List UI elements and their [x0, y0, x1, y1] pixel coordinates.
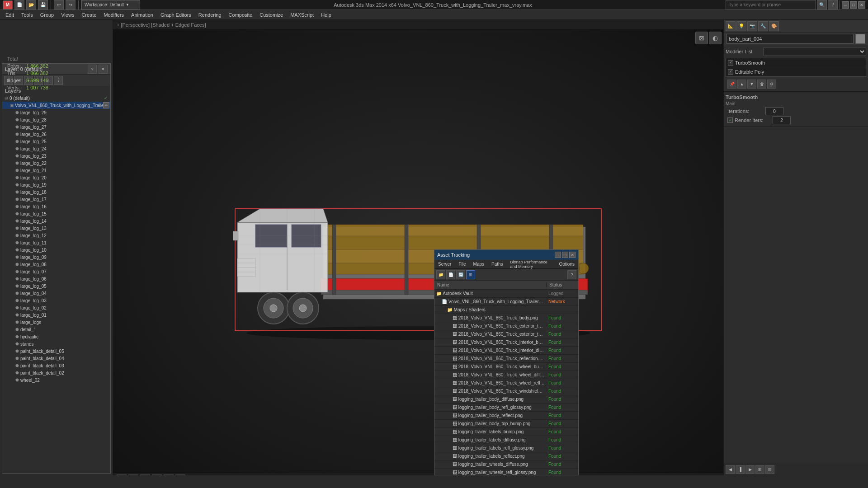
at-maximize-button[interactable]: □ — [562, 252, 568, 258]
maximize-button[interactable]: □ — [850, 1, 857, 9]
viewport-perspective-icon[interactable]: ⊠ — [695, 32, 708, 44]
layer-row[interactable]: ⬟ large_log_05 — [2, 282, 110, 290]
modifier-turbosmooth[interactable]: ✓ TurboSmooth — [726, 58, 866, 67]
layer-row[interactable]: ⬟ large_log_07 — [2, 268, 110, 275]
modifier-list-dropdown[interactable] — [764, 47, 866, 56]
rp-btn-1[interactable]: 📐 — [726, 21, 736, 31]
asset-tracking-row[interactable]: 🖼 logging_trailer_body_reflect.png Found — [434, 412, 578, 420]
renderiters-input[interactable] — [773, 116, 791, 124]
mod-tb-btn-1[interactable]: ◀ — [726, 465, 735, 474]
at-menu-file[interactable]: File — [455, 261, 469, 267]
layer-row[interactable]: ⬟ large_log_22 — [2, 160, 110, 167]
menu-create[interactable]: Create — [78, 10, 100, 20]
menu-modifiers[interactable]: Modifiers — [100, 10, 127, 20]
asset-tracking-row[interactable]: 🖼 2018_Volvo_VNL_860_Truck_interior_bump… — [434, 338, 578, 347]
layer-row[interactable]: ⬟ large_log_26 — [2, 131, 110, 138]
menu-help[interactable]: Help — [317, 10, 335, 20]
layer-row[interactable]: ⬟ wheel_02 — [2, 376, 110, 384]
menu-rendering[interactable]: Rendering — [195, 10, 225, 20]
menu-animation[interactable]: Animation — [127, 10, 157, 20]
layer-row[interactable]: ⬟ stands — [2, 340, 110, 347]
modifier-turbosmooth-checkbox[interactable]: ✓ — [728, 60, 733, 66]
layers-content[interactable]: ⊞ 0 (default) ✓ ▣ Volvo_VNL_860_Truck_wi… — [2, 94, 110, 473]
layer-row[interactable]: ⬟ paint_black_detail_03 — [2, 362, 110, 369]
layer-row[interactable]: ⬟ large_log_25 — [2, 138, 110, 145]
asset-tracking-row[interactable]: 🖼 logging_trailer_wheels_refl_glossy.png… — [434, 469, 578, 475]
menu-graph-editors[interactable]: Graph Editors — [157, 10, 195, 20]
layer-row[interactable]: ⬟ large_log_21 — [2, 167, 110, 174]
layer-row[interactable]: ⬟ large_log_09 — [2, 253, 110, 261]
asset-tracking-row[interactable]: 🖼 logging_trailer_body_refl_glossy.png F… — [434, 404, 578, 412]
mod-down-button[interactable]: ▼ — [747, 80, 756, 89]
app-menu-button[interactable]: M — [3, 0, 13, 9]
rp-btn-5[interactable]: 🎨 — [769, 21, 779, 31]
vp-next-frame-button[interactable]: ▶ — [140, 474, 150, 476]
vp-pan-button[interactable]: ✋ — [164, 474, 174, 476]
asset-tracking-row[interactable]: 🖼 logging_trailer_labels_refl_glossy.png… — [434, 444, 578, 452]
layer-row[interactable]: ⬟ large_log_01 — [2, 311, 110, 319]
renderiters-checkbox[interactable]: ✓ — [727, 117, 733, 123]
object-name-input[interactable] — [726, 34, 854, 44]
menu-tools[interactable]: Tools — [18, 10, 37, 20]
menu-maxscript[interactable]: MAXScript — [287, 10, 317, 20]
vp-play-button[interactable]: ▶ — [117, 474, 127, 476]
menu-group[interactable]: Group — [37, 10, 58, 20]
viewport[interactable]: + [Perspective] [Shaded + Edged Faces] — [113, 20, 723, 475]
layer-row[interactable]: ⬟ large_log_28 — [2, 116, 110, 123]
asset-tracking-row[interactable]: 🖼 2018_Volvo_VNL_860_Truck_exterior_text… — [434, 322, 578, 330]
mod-tb-btn-5[interactable]: ⊟ — [765, 465, 774, 474]
at-btn-4[interactable]: ⊞ — [466, 270, 475, 279]
rp-btn-4[interactable]: 🔧 — [758, 21, 768, 31]
object-color-swatch[interactable] — [855, 34, 865, 44]
menu-views[interactable]: Views — [57, 10, 78, 20]
layer-row[interactable]: ⬟ large_log_19 — [2, 181, 110, 188]
asset-tracking-row[interactable]: 🖼 logging_trailer_wheels_diffuse.png Fou… — [434, 460, 578, 469]
layer-row[interactable]: ⬟ large_log_20 — [2, 174, 110, 181]
mod-tb-btn-2[interactable]: ▐ — [736, 465, 745, 474]
layer-row[interactable]: ⬟ large_log_15 — [2, 210, 110, 217]
layer-row[interactable]: ⬟ paint_black_detail_05 — [2, 347, 110, 355]
asset-tracking-row[interactable]: 📄 Volvo_VNL_860_Truck_with_Logging_Trail… — [434, 298, 578, 306]
menu-edit[interactable]: Edit — [2, 10, 18, 20]
at-close-button[interactable]: ✕ — [569, 252, 576, 258]
rp-btn-3[interactable]: 📷 — [747, 21, 757, 31]
at-btn-1[interactable]: 📁 — [436, 270, 445, 279]
asset-tracking-row[interactable]: 🖼 2018_Volvo_VNL_860_Truck_wheel_diffuse… — [434, 371, 578, 379]
open-file-button[interactable]: 📂 — [26, 0, 36, 10]
mod-config-button[interactable]: ⚙ — [767, 80, 776, 89]
asset-tracking-row[interactable]: 🖼 logging_trailer_labels_reflect.png Fou… — [434, 452, 578, 460]
asset-tracking-content[interactable]: 📁 Autodesk Vault Logged 📄 Volvo_VNL_860_… — [434, 290, 578, 475]
at-minimize-button[interactable]: ─ — [555, 252, 561, 258]
viewport-shading-icon[interactable]: ◐ — [709, 32, 722, 44]
mod-up-button[interactable]: ▲ — [737, 80, 746, 89]
layer-row[interactable]: ⬟ hydraulic — [2, 333, 110, 340]
layer-row[interactable]: ⬟ large_log_11 — [2, 239, 110, 246]
layer-row[interactable]: ⬟ large_log_13 — [2, 225, 110, 232]
layer-row[interactable]: ⬟ detail_1 — [2, 326, 110, 333]
menu-composite[interactable]: Composite — [225, 10, 256, 20]
asset-tracking-row[interactable]: 🖼 2018_Volvo_VNL_860_Truck_body.png Foun… — [434, 314, 578, 322]
redo-button[interactable]: ↪ — [66, 0, 75, 10]
layer-row[interactable]: ⬟ large_log_10 — [2, 246, 110, 253]
layer-row[interactable]: ⬟ large_log_06 — [2, 275, 110, 282]
asset-tracking-row[interactable]: 🖼 2018_Volvo_VNL_860_Truck_interior_diff… — [434, 347, 578, 355]
asset-tracking-row[interactable]: 🖼 logging_trailer_body_diffuse.png Found — [434, 395, 578, 404]
asset-tracking-row[interactable]: 🖼 logging_trailer_labels_bump.png Found — [434, 428, 578, 436]
rp-btn-2[interactable]: 💡 — [736, 21, 746, 31]
viewport-canvas[interactable]: ⊠ ◐ ▶ ◀ ▶ 🔍 ✋ ↻ — [113, 30, 723, 475]
at-menu-maps[interactable]: Maps — [470, 261, 488, 267]
modifier-editable-poly[interactable]: ✓ Editable Poly — [726, 67, 866, 76]
layer-row[interactable]: ⬟ paint_black_detail_02 — [2, 369, 110, 376]
minimize-button[interactable]: ─ — [842, 1, 849, 9]
layer-row[interactable]: ⬟ large_log_17 — [2, 196, 110, 203]
layer-row[interactable]: ⬟ large_log_14 — [2, 217, 110, 225]
save-file-button[interactable]: 💾 — [38, 0, 48, 10]
layer-row[interactable]: ⬟ paint_black_detail_04 — [2, 355, 110, 362]
layer-row[interactable]: ⬟ large_log_16 — [2, 203, 110, 210]
asset-tracking-row[interactable]: 🖼 2018_Volvo_VNL_860_Truck_exterior_text… — [434, 330, 578, 338]
undo-button[interactable]: ↩ — [54, 0, 64, 10]
new-file-button[interactable]: 📄 — [14, 0, 24, 10]
at-menu-bitmap[interactable]: Bitmap Performance and Memory — [507, 259, 556, 270]
asset-tracking-row[interactable]: 🖼 2018_Volvo_VNL_860_Truck_reflection.pn… — [434, 355, 578, 363]
close-button[interactable]: ✕ — [858, 1, 865, 9]
